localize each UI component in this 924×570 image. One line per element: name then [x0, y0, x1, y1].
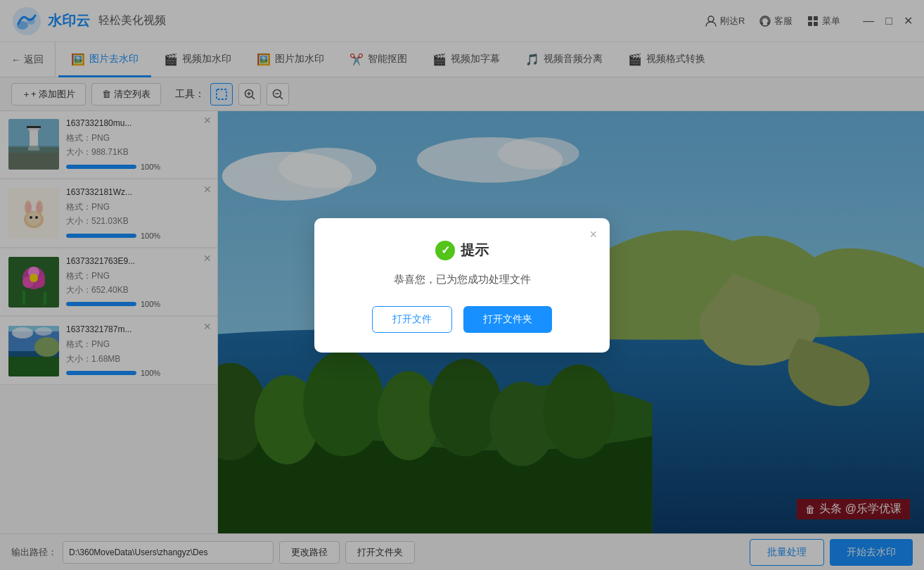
modal-success-icon: ✓ [435, 241, 455, 260]
modal-box: × ✓ 提示 恭喜您，已为您成功处理文件 打开文件 打开文件夹 [314, 218, 610, 353]
modal-open-folder-button[interactable]: 打开文件夹 [463, 306, 552, 333]
modal-message: 恭喜您，已为您成功处理文件 [394, 273, 531, 286]
modal-open-file-button[interactable]: 打开文件 [372, 306, 452, 333]
modal-actions: 打开文件 打开文件夹 [372, 306, 552, 333]
modal-overlay: × ✓ 提示 恭喜您，已为您成功处理文件 打开文件 打开文件夹 [0, 0, 924, 570]
modal-close-button[interactable]: × [589, 228, 597, 241]
modal-title: ✓ 提示 [435, 241, 489, 260]
